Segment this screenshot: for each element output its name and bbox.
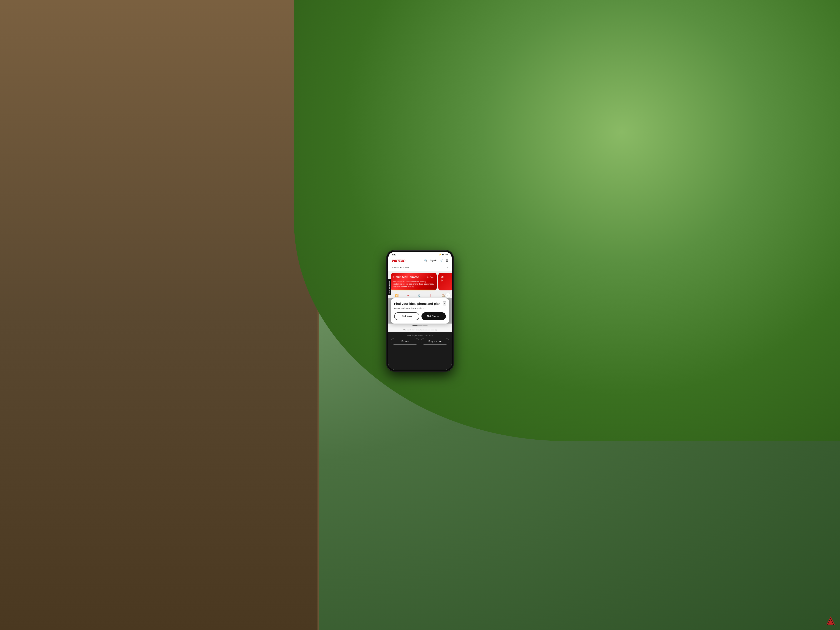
- verizon-logo: verizon: [392, 258, 406, 263]
- carousel-dots: [388, 324, 452, 327]
- bring-phone-button[interactable]: Bring a phone: [421, 338, 449, 344]
- plan-name: Unlimited Ultimate: [393, 275, 419, 279]
- menu-icon[interactable]: ☰: [445, 259, 448, 262]
- home-feature-icon: 🏠: [442, 294, 445, 297]
- heart-feature-icon: ♥: [407, 294, 409, 297]
- phone-frame: 4:52 ⚡ ◉ 36% verizon 🔍 Sign in 🛒 ☰: [387, 250, 453, 371]
- phones-button[interactable]: Phones: [391, 338, 419, 344]
- navigation-bar: verizon 🔍 Sign in 🛒 ☰: [388, 256, 452, 264]
- android-police-watermark: ▲: [826, 616, 836, 626]
- status-bar: 4:52 ⚡ ◉ 36%: [388, 252, 452, 256]
- dot-active: [412, 325, 417, 326]
- status-icons: ⚡ ◉ 36%: [439, 254, 448, 256]
- price-suffix: /line*: [430, 276, 434, 278]
- status-time: 4:52: [392, 253, 396, 256]
- dot-1: [418, 325, 423, 326]
- next-arrow-button[interactable]: ›: [445, 293, 450, 298]
- discount-banner[interactable]: 1 discount shown ∨: [388, 264, 452, 271]
- modal-card: ✕ Find your ideal phone and plan Answer …: [391, 298, 449, 324]
- battery-text: 36%: [445, 254, 448, 256]
- foliage-bg: [294, 0, 840, 441]
- search-icon[interactable]: 🔍: [424, 259, 428, 262]
- help-me-choose-tab[interactable]: Help me choose: [388, 279, 391, 295]
- discount-text: 1 discount shown: [392, 266, 409, 269]
- nav-icons-group: 🔍 Sign in 🛒 ☰: [424, 259, 448, 262]
- background-scene: 4:52 ⚡ ◉ 36% verizon 🔍 Sign in 🛒 ☰: [0, 0, 840, 630]
- get-started-button[interactable]: Get Started: [422, 312, 446, 320]
- tree-trunk-bg: [0, 0, 319, 630]
- plan-description: Our fastest 5G, where new and existing c…: [393, 281, 434, 288]
- plan-card-unlimited-ultimate[interactable]: Unlimited Ultimate $55/line* Our fastest…: [391, 273, 437, 291]
- cart-icon[interactable]: 🛒: [440, 259, 443, 262]
- plans-carousel: Unlimited Ultimate $55/line* Our fastest…: [388, 271, 452, 292]
- info-icon[interactable]: ⓘ: [435, 329, 437, 331]
- fine-print: *Per month for 4 lines plus taxes and fe…: [388, 327, 452, 332]
- modal-overlay: ✕ Find your ideal phone and plan Answer …: [388, 298, 452, 324]
- phone-wrapper: 4:52 ⚡ ◉ 36% verizon 🔍 Sign in 🛒 ☰: [387, 250, 453, 371]
- modal-buttons: Not Now Get Started: [394, 312, 446, 320]
- modal-title: Find your ideal phone and plan: [394, 302, 446, 306]
- bottom-label: What do you want to start with?: [391, 335, 449, 336]
- phone-screen: 4:52 ⚡ ◉ 36% verizon 🔍 Sign in 🛒 ☰: [388, 252, 452, 369]
- plan-price: $55/line*: [427, 275, 434, 278]
- chevron-down-icon: ∨: [447, 266, 448, 269]
- signal-icon: ◉: [442, 254, 444, 256]
- wifi-icon: ⚡: [439, 254, 441, 256]
- svg-text:▲: ▲: [830, 622, 832, 624]
- plan-card-partial[interactable]: UlPl: [438, 273, 452, 291]
- modal-close-button[interactable]: ✕: [443, 301, 446, 305]
- not-now-button[interactable]: Not Now: [394, 312, 419, 320]
- badge-feature-icon: 1×: [429, 294, 433, 297]
- partial-plan-text: UlPl: [441, 275, 450, 283]
- plan-price-row: Unlimited Ultimate $55/line*: [393, 275, 434, 279]
- sign-in-label[interactable]: Sign in: [430, 259, 437, 262]
- dot-2: [423, 325, 428, 326]
- wifi-feature-icon: 📶: [395, 294, 398, 297]
- wifi2-feature-icon: 📡: [417, 294, 421, 297]
- bottom-buttons-row: Phones Bring a phone: [391, 338, 449, 344]
- feature-icons-row: 📶 ♥ 📡 1× 🏠 ›: [388, 292, 452, 298]
- modal-subtitle: Answer a few quick questions...: [394, 307, 446, 309]
- bottom-section: What do you want to start with? Phones B…: [388, 332, 452, 369]
